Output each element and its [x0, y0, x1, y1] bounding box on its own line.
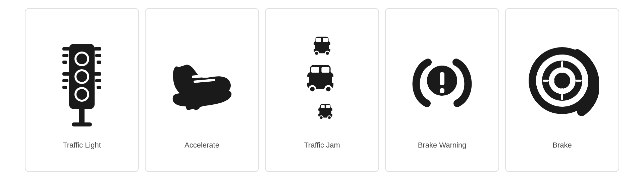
svg-rect-43 — [311, 67, 319, 73]
brake-label: Brake — [552, 141, 572, 150]
icon-card-traffic-light: Traffic Light — [25, 8, 139, 172]
svg-rect-47 — [318, 111, 320, 114]
traffic-light-icon — [45, 30, 119, 131]
svg-point-42 — [326, 87, 331, 92]
icon-card-brake-warning: Brake Warning — [385, 8, 499, 172]
icons-container: Traffic Light Accelerate — [18, 1, 626, 179]
icon-card-brake: Brake — [505, 8, 619, 172]
svg-rect-9 — [62, 72, 70, 76]
svg-rect-44 — [321, 67, 329, 73]
svg-point-32 — [326, 52, 329, 55]
svg-rect-8 — [97, 61, 101, 64]
svg-rect-38 — [332, 77, 335, 83]
svg-rect-12 — [94, 72, 101, 76]
svg-rect-10 — [62, 79, 68, 82]
svg-rect-1 — [72, 122, 92, 126]
svg-point-52 — [328, 116, 331, 119]
accelerate-icon — [165, 30, 239, 131]
svg-rect-53 — [321, 105, 325, 108]
svg-rect-56 — [440, 72, 444, 85]
svg-rect-57 — [440, 88, 444, 93]
svg-point-41 — [310, 87, 315, 92]
svg-rect-48 — [331, 111, 333, 114]
svg-point-19 — [76, 71, 87, 82]
svg-point-62 — [554, 73, 570, 89]
svg-rect-5 — [62, 61, 67, 64]
svg-rect-37 — [306, 77, 309, 83]
svg-rect-69 — [543, 80, 549, 82]
svg-rect-14 — [97, 86, 101, 89]
svg-rect-68 — [561, 94, 563, 100]
traffic-light-label: Traffic Light — [63, 141, 101, 150]
icon-card-accelerate: Accelerate — [145, 8, 259, 172]
svg-point-20 — [76, 89, 87, 100]
svg-rect-70 — [576, 80, 582, 82]
svg-point-66 — [570, 78, 575, 83]
svg-rect-7 — [95, 54, 101, 57]
svg-point-64 — [560, 88, 565, 93]
brake-warning-icon — [405, 30, 479, 131]
brake-warning-label: Brake Warning — [418, 141, 467, 150]
svg-rect-34 — [323, 38, 328, 42]
svg-rect-6 — [94, 47, 101, 51]
svg-point-51 — [320, 116, 323, 119]
svg-rect-13 — [95, 79, 101, 82]
svg-point-31 — [315, 52, 318, 55]
traffic-jam-label: Traffic Jam — [304, 141, 340, 150]
svg-rect-33 — [316, 38, 321, 42]
svg-rect-11 — [62, 86, 67, 89]
brake-icon — [525, 30, 599, 131]
svg-point-63 — [560, 68, 565, 73]
svg-rect-3 — [62, 47, 70, 51]
svg-rect-67 — [561, 61, 563, 67]
traffic-jam-icon — [285, 30, 359, 131]
svg-rect-4 — [62, 54, 68, 57]
svg-rect-27 — [313, 45, 315, 49]
icon-card-traffic-jam: Traffic Jam — [265, 8, 379, 172]
svg-point-18 — [76, 54, 87, 64]
svg-rect-28 — [329, 45, 331, 49]
svg-rect-54 — [326, 105, 330, 108]
accelerate-label: Accelerate — [184, 141, 219, 150]
svg-point-65 — [550, 78, 554, 83]
